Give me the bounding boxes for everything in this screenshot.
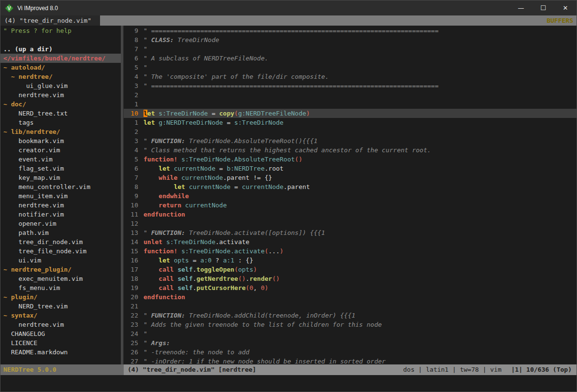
code-line[interactable]: 11endfunction bbox=[124, 210, 577, 219]
tree-item[interactable] bbox=[0, 35, 121, 44]
code-line[interactable]: 5" bbox=[124, 63, 577, 72]
line-number: 7 bbox=[124, 173, 138, 182]
tree-item[interactable]: bookmark.vim bbox=[0, 136, 121, 145]
code-line[interactable]: 6" A subclass of NERDTreeFileNode. bbox=[124, 54, 577, 63]
tree-item[interactable]: exec_menuitem.vim bbox=[0, 274, 121, 283]
tree-item[interactable]: ~ nerdtree_plugin/ bbox=[0, 265, 121, 274]
code-line[interactable]: 17 call self.toggleOpen(opts) bbox=[124, 265, 577, 274]
code-token: TreeDirNode.activate([options]) {{{1 bbox=[185, 229, 325, 236]
tree-item[interactable]: tree_dir_node.vim bbox=[0, 237, 121, 247]
code-text: " The 'composite' part of the file/dir c… bbox=[144, 72, 329, 81]
tree-item[interactable]: ~ doc/ bbox=[0, 100, 121, 109]
tree-item[interactable]: ~ nerdtree/ bbox=[0, 72, 121, 81]
tree-item[interactable]: nerdtree.vim bbox=[0, 201, 121, 210]
command-line[interactable] bbox=[0, 375, 577, 392]
code-line[interactable]: 8 let currentNode = currentNode.parent bbox=[124, 182, 577, 191]
code-text: return currentNode bbox=[144, 201, 227, 210]
line-number: 9 bbox=[124, 191, 138, 201]
line-number: 18 bbox=[124, 274, 138, 283]
code-line[interactable]: 4" The 'composite' part of the file/dir … bbox=[124, 72, 577, 81]
code-line[interactable]: 19 call self.putCursorHere(0, 0) bbox=[124, 283, 577, 292]
code-token: s:TreeDirNode.AbsoluteTreeRoot bbox=[181, 156, 295, 163]
tree-item[interactable]: NERD_tree.vim bbox=[0, 302, 121, 311]
tree-item[interactable]: tags bbox=[0, 118, 121, 127]
tree-item[interactable]: nerdtree.vim bbox=[0, 90, 121, 100]
tree-item[interactable]: menu_item.vim bbox=[0, 191, 121, 201]
code-line[interactable]: 24" bbox=[124, 329, 577, 338]
code-line[interactable]: 7" bbox=[124, 44, 577, 54]
tree-root-item[interactable]: </vimfiles/bundle/nerdtree/ bbox=[0, 54, 121, 63]
tree-item[interactable]: nerdtree.vim bbox=[0, 320, 121, 329]
code-token: function! bbox=[144, 247, 177, 255]
code-line[interactable]: 7 while currentNode.parent != {} bbox=[124, 173, 577, 182]
tab-tree-dir-node[interactable]: (4) "tree_dir_node.vim" bbox=[0, 15, 100, 26]
tree-item[interactable]: fs_menu.vim bbox=[0, 283, 121, 292]
tree-item[interactable]: opener.vim bbox=[0, 219, 121, 228]
text-cursor: l bbox=[144, 110, 147, 117]
code-line[interactable]: 26" -treenode: the node to add bbox=[124, 348, 577, 357]
tree-item[interactable]: ~ syntax/ bbox=[0, 311, 121, 320]
line-number: 23 bbox=[124, 320, 138, 329]
tree-item[interactable]: NERD_tree.txt bbox=[0, 109, 121, 118]
tree-item[interactable]: menu_controller.vim bbox=[0, 182, 121, 191]
code-line[interactable]: 16 let opts = a:0 ? a:1 : {} bbox=[124, 256, 577, 265]
editor-split: " Press ? for help .. (up a dir)</vimfil… bbox=[0, 26, 577, 364]
code-line[interactable]: 9 endwhile bbox=[124, 191, 577, 201]
minimize-button[interactable]: — bbox=[510, 0, 532, 15]
code-token: ( bbox=[234, 266, 238, 273]
code-line[interactable]: 10let s:TreeDirNode = copy(g:NERDTreeFil… bbox=[124, 109, 577, 118]
close-button[interactable]: ✕ bbox=[554, 0, 577, 15]
line-number: 2 bbox=[124, 90, 138, 100]
maximize-button[interactable]: ☐ bbox=[532, 0, 554, 15]
tree-item[interactable]: notifier.vim bbox=[0, 210, 121, 219]
code-line[interactable]: 25" Args: bbox=[124, 338, 577, 348]
code-line[interactable]: 2 bbox=[124, 127, 577, 136]
code-line[interactable]: 9" =====================================… bbox=[124, 26, 577, 35]
code-line[interactable]: 2 bbox=[124, 90, 577, 100]
code-line[interactable]: 4" Class method that returns the highest… bbox=[124, 145, 577, 155]
tree-item[interactable]: .. (up a dir) bbox=[0, 44, 121, 54]
tree-item[interactable]: ~ plugin/ bbox=[0, 292, 121, 302]
code-token: TreeDirNode.addChild(treenode, inOrder) … bbox=[185, 312, 355, 319]
tree-item[interactable]: tree_file_node.vim bbox=[0, 247, 121, 256]
code-line[interactable]: 13" FUNCTION: TreeDirNode.activate([opti… bbox=[124, 228, 577, 237]
code-line[interactable]: 18 call self.getNerdtree().render() bbox=[124, 274, 577, 283]
tree-item[interactable]: ~ autoload/ bbox=[0, 63, 121, 72]
tree-item[interactable]: path.vim bbox=[0, 228, 121, 237]
tree-item[interactable]: CHANGELOG bbox=[0, 329, 121, 338]
code-line[interactable]: 27" -inOrder: 1 if the new node should b… bbox=[124, 357, 577, 364]
tree-item[interactable]: flag_set.vim bbox=[0, 164, 121, 173]
code-line[interactable]: 12 bbox=[124, 219, 577, 228]
tree-item[interactable]: event.vim bbox=[0, 155, 121, 164]
buffer-statusline: (4) "tree_dir_node.vim" [nerdtree] dos |… bbox=[124, 364, 577, 375]
tree-item[interactable]: " Press ? for help bbox=[0, 26, 121, 35]
tree-item[interactable]: ui.vim bbox=[0, 256, 121, 265]
code-token bbox=[144, 183, 174, 190]
code-line[interactable]: 20endfunction bbox=[124, 292, 577, 302]
tree-item[interactable]: LICENCE bbox=[0, 338, 121, 348]
code-line[interactable]: 21 bbox=[124, 302, 577, 311]
code-line[interactable]: 23" Adds the given treenode to the list … bbox=[124, 320, 577, 329]
code-line[interactable]: 6 let currentNode = b:NERDTree.root bbox=[124, 164, 577, 173]
code-text: let s:TreeDirNode = copy(g:NERDTreeFileN… bbox=[144, 109, 310, 118]
tree-item[interactable]: ui_glue.vim bbox=[0, 81, 121, 90]
code-line[interactable]: 3" =====================================… bbox=[124, 81, 577, 90]
tree-item[interactable]: creator.vim bbox=[0, 145, 121, 155]
tree-item[interactable]: key_map.vim bbox=[0, 173, 121, 182]
code-token: " bbox=[144, 312, 151, 319]
code-token bbox=[144, 192, 159, 200]
code-line[interactable]: 14unlet s:TreeDirNode.activate bbox=[124, 237, 577, 247]
code-line[interactable]: 1let g:NERDTreeDirNode = s:TreeDirNode bbox=[124, 118, 577, 127]
code-line[interactable]: 3" FUNCTION: TreeDirNode.AbsoluteTreeRoo… bbox=[124, 136, 577, 145]
code-token: g:NERDTreeDirNode bbox=[159, 119, 223, 126]
code-line[interactable]: 5function! s:TreeDirNode.AbsoluteTreeRoo… bbox=[124, 155, 577, 164]
code-line[interactable]: 22" FUNCTION: TreeDirNode.addChild(treen… bbox=[124, 311, 577, 320]
code-token bbox=[162, 238, 166, 246]
code-line[interactable]: 10 return currentNode bbox=[124, 201, 577, 210]
code-line[interactable]: 8" CLASS: TreeDirNode bbox=[124, 35, 577, 44]
code-line[interactable]: 15function! s:TreeDirNode.activate(...) bbox=[124, 247, 577, 256]
tree-item[interactable]: ~ lib/nerdtree/ bbox=[0, 127, 121, 136]
tree-item[interactable]: README.markdown bbox=[0, 348, 121, 357]
code-token: getNerdtree bbox=[197, 275, 238, 282]
code-line[interactable]: 1 bbox=[124, 100, 577, 109]
